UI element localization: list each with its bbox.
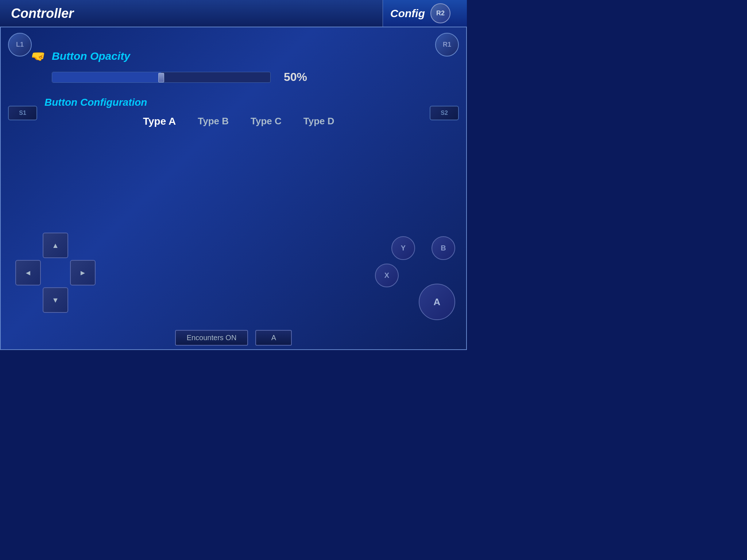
dpad: ▲ ◄ ► ▼ [15, 233, 96, 313]
l1-button[interactable]: L1 [8, 33, 32, 57]
config-section-title: Button Configuration [44, 97, 437, 108]
config-section: Button Configuration Type A Type B Type … [44, 97, 437, 129]
x-button[interactable]: X [375, 264, 399, 287]
opacity-title: 🤜 Button Opacity [30, 49, 437, 63]
hand-icon: 🤜 [30, 49, 44, 63]
opacity-slider[interactable] [52, 72, 271, 83]
slider-thumb [158, 73, 164, 82]
a-label-button[interactable]: A [255, 330, 292, 346]
dpad-empty-bl [15, 287, 41, 313]
main-panel: L1 R1 S1 S2 🤜 Button Opacity 50% Button … [0, 27, 467, 350]
dpad-empty-tr [70, 233, 96, 258]
header-left: Controller [0, 0, 383, 27]
r1-button[interactable]: R1 [435, 33, 459, 57]
type-buttons-row: Type A Type B Type C Type D [44, 114, 437, 129]
encounters-button[interactable]: Encounters ON [175, 330, 248, 346]
a-button[interactable]: A [419, 284, 455, 320]
face-grid: Y B X A [368, 233, 455, 320]
dpad-empty-tl [15, 233, 41, 258]
page-title: Controller [11, 6, 74, 21]
type-b-button[interactable]: Type B [194, 114, 232, 129]
type-a-button[interactable]: Type A [139, 114, 179, 129]
bottom-bar: Encounters ON A [1, 330, 466, 346]
type-c-button[interactable]: Type C [247, 114, 285, 129]
header: Controller Config R2 [0, 0, 467, 27]
slider-fill [52, 72, 161, 82]
s1-button[interactable]: S1 [8, 106, 37, 120]
config-label: Config [390, 7, 425, 20]
y-button[interactable]: Y [391, 236, 415, 260]
type-d-button[interactable]: Type D [300, 114, 338, 129]
opacity-slider-row: 50% [30, 70, 437, 84]
face-buttons: Y B X A [368, 233, 455, 320]
dpad-down[interactable]: ▼ [43, 287, 68, 313]
dpad-center [43, 260, 68, 285]
r2-button[interactable]: R2 [430, 3, 450, 23]
opacity-section: 🤜 Button Opacity 50% [30, 49, 437, 84]
dpad-up[interactable]: ▲ [43, 233, 68, 258]
opacity-value: 50% [278, 70, 307, 84]
dpad-left[interactable]: ◄ [15, 260, 41, 285]
dpad-right[interactable]: ► [70, 260, 96, 285]
dpad-empty-br [70, 287, 96, 313]
b-button[interactable]: B [431, 236, 455, 260]
header-right: Config R2 [383, 0, 467, 27]
dpad-grid: ▲ ◄ ► ▼ [15, 233, 96, 313]
